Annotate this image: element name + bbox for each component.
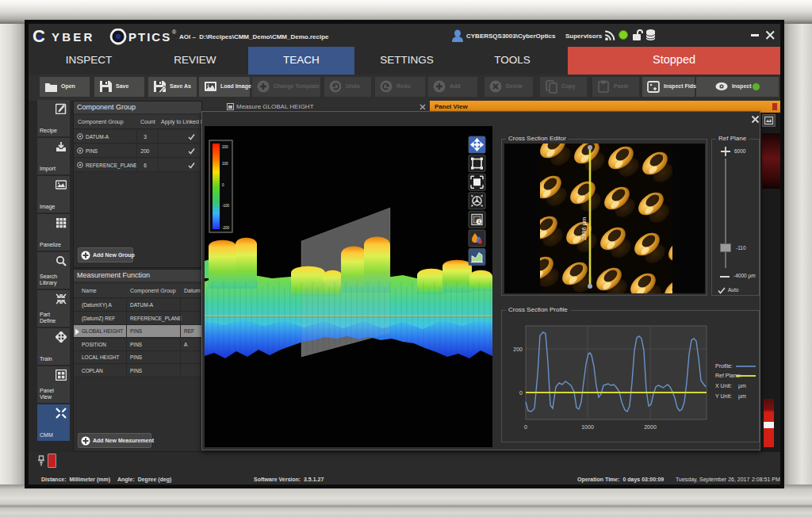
svg-text:4: 4 bbox=[207, 83, 209, 88]
svg-text:Profile:: Profile: bbox=[715, 363, 733, 369]
svg-text:-100: -100 bbox=[222, 204, 230, 208]
svg-text:1000: 1000 bbox=[581, 424, 594, 430]
svg-text:X Unit:: X Unit: bbox=[715, 383, 732, 389]
svg-text:2000: 2000 bbox=[644, 424, 657, 430]
svg-text:-200: -200 bbox=[222, 226, 230, 230]
svg-text:100: 100 bbox=[222, 162, 228, 166]
svg-text:200: 200 bbox=[513, 347, 523, 352]
svg-text:®: ® bbox=[172, 29, 177, 35]
svg-text:1: 1 bbox=[478, 219, 481, 224]
svg-text:PTICS: PTICS bbox=[128, 30, 171, 44]
svg-text:2896 µm: 2896 µm bbox=[580, 217, 588, 240]
svg-text:200: 200 bbox=[222, 145, 228, 149]
svg-text:µm: µm bbox=[738, 393, 746, 400]
svg-text:YBER: YBER bbox=[52, 30, 94, 44]
svg-text:0: 0 bbox=[519, 390, 523, 396]
svg-text:µm: µm bbox=[738, 383, 746, 389]
svg-text:0: 0 bbox=[524, 424, 527, 430]
svg-text:Y Unit:: Y Unit: bbox=[715, 393, 732, 399]
